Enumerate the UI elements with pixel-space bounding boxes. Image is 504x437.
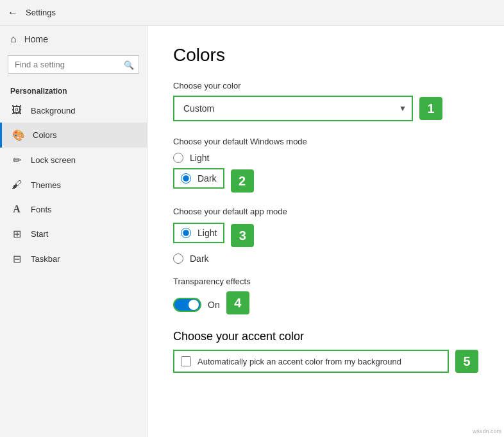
transparency-label: Transparency effects xyxy=(173,277,478,286)
sidebar-item-label: Background xyxy=(31,106,75,116)
step-5-badge: 5 xyxy=(455,350,478,373)
app-light-option[interactable]: Light xyxy=(173,223,224,243)
windows-mode-section: Choose your default Windows mode Light D… xyxy=(173,137,478,194)
auto-pick-label: Automatically pick an accent color from … xyxy=(197,357,401,366)
sidebar-item-label: Colors xyxy=(33,130,57,140)
lockscreen-icon: ✏ xyxy=(10,154,23,166)
sidebar-item-lockscreen[interactable]: ✏ Lock screen xyxy=(0,148,147,173)
sidebar: ⌂ Home 🔍 Personalization 🖼 Background 🎨 … xyxy=(0,26,147,437)
sidebar-item-home[interactable]: ⌂ Home xyxy=(0,26,147,53)
start-icon: ⊞ xyxy=(10,228,23,240)
sidebar-item-label: Start xyxy=(31,229,48,239)
accent-section: Choose your accent color Automatically p… xyxy=(173,330,478,373)
transparency-section: Transparency effects On 4 xyxy=(173,277,478,314)
sidebar-item-background[interactable]: 🖼 Background xyxy=(0,98,147,123)
app-dark-radio[interactable] xyxy=(173,253,183,264)
auto-pick-checkbox-row[interactable]: Automatically pick an accent color from … xyxy=(173,350,449,373)
search-icon: 🔍 xyxy=(124,60,134,69)
watermark: wsxdn.com xyxy=(473,428,501,434)
windows-light-label: Light xyxy=(190,153,209,163)
page-title: Colors xyxy=(173,45,478,65)
back-button[interactable]: ← xyxy=(8,7,18,19)
sidebar-item-label: Fonts xyxy=(31,205,52,214)
app-light-label: Light xyxy=(197,228,217,238)
sidebar-item-taskbar[interactable]: ⊟ Taskbar xyxy=(0,246,147,271)
colors-icon: 🎨 xyxy=(12,129,25,141)
windows-light-radio[interactable] xyxy=(173,153,183,163)
step-4-badge: 4 xyxy=(226,291,249,314)
content-area: Colors Choose your color Custom Light Da… xyxy=(147,26,504,437)
app-dark-option[interactable]: Dark xyxy=(173,253,478,264)
title-bar: ← Settings xyxy=(0,0,504,26)
app-light-row: Light 3 xyxy=(173,223,478,248)
taskbar-icon: ⊟ xyxy=(10,253,23,265)
step-3-badge: 3 xyxy=(231,224,254,247)
background-icon: 🖼 xyxy=(10,105,23,116)
sidebar-item-fonts[interactable]: A Fonts xyxy=(0,197,147,221)
sidebar-item-label: Themes xyxy=(31,180,61,190)
fonts-icon: A xyxy=(10,203,23,215)
app-dark-label: Dark xyxy=(190,253,209,264)
sidebar-home-label: Home xyxy=(24,34,48,44)
transparency-toggle-container: On xyxy=(173,298,220,312)
sidebar-item-colors[interactable]: 🎨 Colors xyxy=(0,123,147,148)
transparency-value: On xyxy=(208,300,220,310)
auto-pick-checkbox[interactable] xyxy=(181,356,191,366)
title-bar-title: Settings xyxy=(26,8,56,17)
windows-dark-row: Dark 2 xyxy=(173,168,478,194)
windows-dark-label: Dark xyxy=(197,173,217,184)
sidebar-item-label: Lock screen xyxy=(31,155,76,165)
step-1-badge: 1 xyxy=(419,97,442,120)
themes-icon: 🖌 xyxy=(10,179,23,191)
sidebar-item-start[interactable]: ⊞ Start xyxy=(0,221,147,246)
toggle-knob xyxy=(189,300,199,310)
accent-title: Choose your accent color xyxy=(173,330,478,343)
app-light-radio[interactable] xyxy=(181,228,191,238)
transparency-toggle-row: On 4 xyxy=(173,291,478,314)
sidebar-item-label: Taskbar xyxy=(31,254,60,264)
main-layout: ⌂ Home 🔍 Personalization 🖼 Background 🎨 … xyxy=(0,26,504,437)
transparency-toggle[interactable] xyxy=(173,298,201,312)
home-icon: ⌂ xyxy=(10,33,17,45)
sidebar-section-title: Personalization xyxy=(0,81,147,98)
sidebar-search-wrapper: 🔍 xyxy=(8,55,139,74)
choose-color-label: Choose your color xyxy=(173,81,478,90)
windows-dark-option[interactable]: Dark xyxy=(173,168,224,189)
choose-color-dropdown-wrapper: Custom Light Dark ▼ 1 xyxy=(173,96,442,121)
app-mode-label: Choose your default app mode xyxy=(173,207,478,216)
windows-dark-radio[interactable] xyxy=(181,173,191,184)
windows-mode-label: Choose your default Windows mode xyxy=(173,137,478,146)
app-mode-section: Choose your default app mode Light 3 Dar… xyxy=(173,207,478,264)
step-2-badge: 2 xyxy=(231,169,254,193)
sidebar-item-themes[interactable]: 🖌 Themes xyxy=(0,173,147,197)
choose-color-select[interactable]: Custom Light Dark xyxy=(173,96,413,121)
search-input[interactable] xyxy=(8,55,139,74)
windows-light-option[interactable]: Light xyxy=(173,153,478,163)
